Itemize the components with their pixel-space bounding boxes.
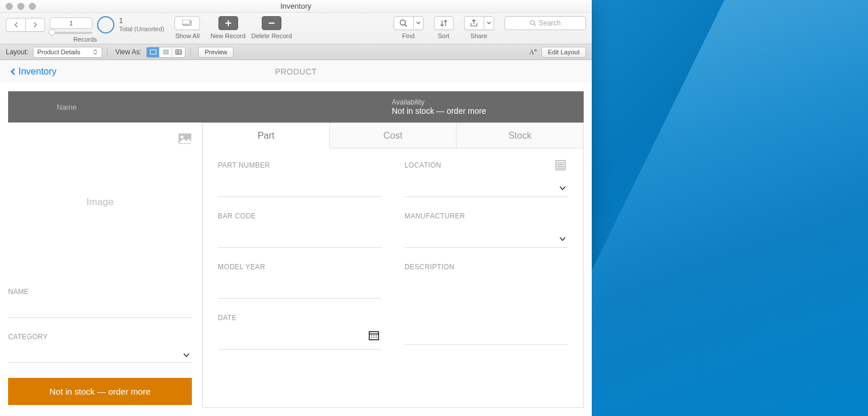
view-list-button[interactable] bbox=[159, 47, 172, 57]
location-lookup-button[interactable] bbox=[555, 160, 566, 173]
category-select[interactable] bbox=[8, 344, 192, 363]
header-name-label: Name bbox=[22, 103, 392, 112]
view-form-button[interactable] bbox=[147, 47, 159, 57]
find-group: Find bbox=[394, 16, 424, 39]
name-input[interactable] bbox=[8, 299, 192, 318]
svg-point-2 bbox=[400, 20, 406, 25]
list-lookup-icon bbox=[555, 160, 566, 170]
availability-label: Availability bbox=[392, 98, 486, 106]
location-select[interactable] bbox=[405, 175, 568, 197]
new-record-button[interactable] bbox=[218, 16, 238, 30]
delete-record-group: Delete Record bbox=[251, 16, 292, 39]
chevron-down-icon bbox=[416, 21, 421, 25]
minimize-icon[interactable] bbox=[17, 3, 24, 10]
records-label: Records bbox=[73, 36, 97, 43]
view-as-label: View As: bbox=[115, 48, 142, 56]
category-field-label: CATEGORY bbox=[8, 333, 192, 341]
magnifier-icon bbox=[529, 20, 536, 27]
model-year-label: MODEL YEAR bbox=[218, 263, 381, 271]
chevron-down-icon bbox=[559, 236, 566, 242]
date-picker-button[interactable] bbox=[369, 331, 379, 343]
date-input[interactable] bbox=[218, 328, 381, 350]
table-view-icon bbox=[175, 49, 182, 55]
part-number-input[interactable] bbox=[218, 175, 381, 197]
close-icon[interactable] bbox=[6, 3, 13, 10]
record-slider[interactable] bbox=[50, 32, 92, 34]
magnifier-icon bbox=[399, 19, 407, 27]
view-table-button[interactable] bbox=[172, 47, 185, 57]
app-window: Inventory 1 1 bbox=[0, 0, 592, 416]
tab-cost[interactable]: Cost bbox=[330, 123, 457, 148]
text-format-button[interactable]: Aa bbox=[529, 47, 537, 57]
model-year-input[interactable] bbox=[218, 277, 381, 299]
view-mode-segment bbox=[146, 47, 186, 58]
plus-icon bbox=[225, 20, 232, 27]
sort-icon bbox=[440, 19, 448, 27]
delete-record-button[interactable] bbox=[262, 16, 281, 30]
bar-code-input[interactable] bbox=[218, 226, 381, 248]
chevron-left-icon bbox=[10, 68, 16, 76]
manufacturer-select[interactable] bbox=[405, 226, 568, 248]
back-breadcrumb[interactable]: Inventory bbox=[10, 66, 57, 77]
chevron-right-icon bbox=[33, 22, 38, 28]
description-input[interactable] bbox=[405, 277, 568, 345]
tab-stock[interactable]: Stock bbox=[457, 123, 583, 148]
record-body: Image NAME CATEGORY Not in stock — order… bbox=[0, 122, 592, 416]
show-all-icon bbox=[182, 20, 192, 27]
next-record-button[interactable] bbox=[25, 18, 45, 32]
chevron-left-icon bbox=[14, 22, 18, 28]
svg-rect-8 bbox=[556, 161, 565, 170]
layout-label: Layout: bbox=[6, 48, 28, 56]
image-icon bbox=[178, 133, 192, 144]
show-all-group: Show All bbox=[175, 16, 200, 39]
find-menu-button[interactable] bbox=[413, 16, 424, 30]
bar-code-label: BAR CODE bbox=[218, 212, 381, 220]
edit-layout-button[interactable]: Edit Layout bbox=[541, 47, 586, 58]
record-position-field[interactable]: 1 bbox=[50, 17, 92, 29]
minus-icon bbox=[268, 20, 275, 27]
find-label: Find bbox=[402, 32, 414, 39]
preview-button[interactable]: Preview bbox=[198, 47, 233, 58]
part-form: PART NUMBER LOCATION BAR CODE MANU bbox=[203, 148, 583, 362]
availability-value: Not in stock — order more bbox=[392, 106, 486, 116]
description-label: DESCRIPTION bbox=[405, 263, 568, 271]
found-set-pie-icon[interactable] bbox=[97, 16, 114, 34]
show-all-button[interactable] bbox=[175, 16, 200, 30]
svg-rect-1 bbox=[182, 20, 190, 24]
sort-button[interactable] bbox=[434, 16, 454, 30]
left-column: Image NAME CATEGORY Not in stock — order… bbox=[8, 122, 192, 408]
toolbar: 1 1 Total (Unsorted) Records Show All bbox=[0, 13, 592, 44]
sort-state: Total (Unsorted) bbox=[119, 25, 164, 32]
prev-record-button[interactable] bbox=[6, 18, 25, 32]
manufacturer-label: MANUFACTURER bbox=[405, 212, 568, 220]
updown-icon bbox=[92, 49, 98, 55]
sort-group: Sort bbox=[434, 16, 454, 39]
svg-rect-4 bbox=[150, 50, 156, 54]
record-header-band: Name Availability Not in stock — order m… bbox=[8, 91, 584, 122]
records-group: 1 1 Total (Unsorted) Records bbox=[6, 16, 164, 43]
window-title: Inventory bbox=[0, 2, 592, 10]
image-dropzone[interactable]: Image bbox=[8, 133, 192, 272]
share-button[interactable] bbox=[464, 16, 484, 30]
share-icon bbox=[470, 19, 478, 27]
calendar-icon bbox=[369, 331, 379, 340]
page-title: PRODUCT bbox=[0, 67, 592, 76]
sort-label: Sort bbox=[437, 32, 449, 39]
new-record-group: New Record bbox=[210, 16, 246, 39]
layout-selector[interactable]: Product Details bbox=[33, 47, 102, 58]
form-view-icon bbox=[150, 49, 157, 55]
share-label: Share bbox=[470, 32, 487, 39]
new-record-label: New Record bbox=[210, 32, 246, 39]
quick-search-input[interactable]: Search bbox=[505, 16, 586, 30]
share-menu-button[interactable] bbox=[484, 16, 494, 30]
part-number-label: PART NUMBER bbox=[218, 161, 381, 169]
titlebar: Inventory bbox=[0, 0, 592, 13]
tab-part[interactable]: Part bbox=[203, 124, 330, 148]
date-label: DATE bbox=[218, 314, 381, 322]
svg-point-3 bbox=[531, 21, 535, 25]
list-view-icon bbox=[162, 49, 169, 55]
zoom-icon[interactable] bbox=[29, 3, 36, 10]
record-count: 1 bbox=[119, 17, 164, 25]
name-field-label: NAME bbox=[8, 288, 192, 296]
find-button[interactable] bbox=[394, 16, 413, 30]
